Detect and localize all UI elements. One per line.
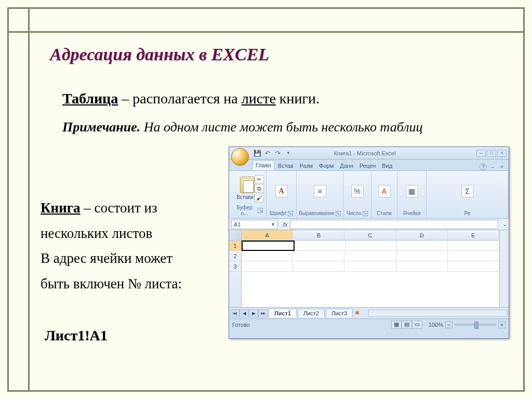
window-title: Книга1 - Microsoft Excel xyxy=(334,150,396,156)
minimize-ribbon-icon[interactable]: – xyxy=(489,163,496,170)
word-book: Книга xyxy=(41,200,80,216)
prev-sheet-button[interactable]: ◀ xyxy=(240,309,249,317)
zoom-level[interactable]: 100% xyxy=(429,322,443,328)
row-header[interactable]: 2 xyxy=(229,251,241,261)
col-header[interactable]: A xyxy=(242,230,293,240)
select-all-corner[interactable] xyxy=(229,230,241,241)
sheet-tab[interactable]: Лист2 xyxy=(298,309,325,317)
zoom-out-button[interactable]: − xyxy=(445,321,453,328)
col-header[interactable]: D xyxy=(396,230,448,240)
styles-button[interactable]: A xyxy=(378,185,391,197)
fx-icon[interactable]: fx xyxy=(283,221,288,228)
cell[interactable] xyxy=(242,251,293,261)
first-sheet-button[interactable]: ⏮ xyxy=(230,309,240,317)
formula-bar-row: A1 ▼ fx ⌄ xyxy=(229,219,509,230)
new-sheet-icon[interactable]: ✱ xyxy=(355,310,365,316)
workbook-close-icon[interactable]: × xyxy=(498,163,506,170)
cell-a1[interactable] xyxy=(242,241,295,251)
zoom-slider[interactable] xyxy=(455,324,496,326)
alignment-button[interactable]: ≡ xyxy=(314,185,326,197)
dialog-expand-icon[interactable]: ↘ xyxy=(336,211,341,216)
col-header[interactable]: C xyxy=(344,230,396,240)
word-sheet: листе xyxy=(242,90,276,107)
tab-data[interactable]: Данн xyxy=(337,161,356,170)
group-styles: A Стили xyxy=(371,171,397,218)
dialog-expand-icon[interactable]: ↘ xyxy=(288,211,293,216)
page-break-view-icon[interactable]: ▭ xyxy=(412,321,422,329)
next-sheet-button[interactable]: ▶ xyxy=(249,309,258,317)
cell[interactable] xyxy=(344,261,396,272)
ribbon: Вставить ✂ ⧉ 🖌 Буфер о...↘ A Шрифт↘ ≡ Вы… xyxy=(229,171,509,219)
minimize-button[interactable]: – xyxy=(476,150,486,157)
tab-layout[interactable]: Разм xyxy=(297,161,316,170)
normal-view-icon[interactable]: ▦ xyxy=(391,321,402,329)
page-layout-view-icon[interactable]: ▤ xyxy=(402,321,412,329)
row-header[interactable]: 1 xyxy=(229,241,241,251)
tab-home[interactable]: Главн xyxy=(252,160,275,170)
tab-view[interactable]: Вид xyxy=(379,161,395,170)
word-table: Таблица xyxy=(62,90,118,107)
last-sheet-button[interactable]: ⏭ xyxy=(258,309,268,317)
cell[interactable] xyxy=(295,241,346,251)
row-headers: 1 2 3 xyxy=(229,230,242,307)
undo-icon[interactable]: ↶ xyxy=(263,149,272,157)
tab-review[interactable]: Рецен xyxy=(356,161,379,170)
status-text: Готово xyxy=(232,322,250,328)
styles-icon: A xyxy=(378,185,391,197)
sheet-tab[interactable]: Лист3 xyxy=(326,309,353,317)
vertical-scrollbar[interactable] xyxy=(499,230,509,307)
cell[interactable] xyxy=(396,261,448,272)
cell[interactable] xyxy=(242,261,293,272)
redo-icon[interactable]: ↷ xyxy=(274,149,282,157)
cells-button[interactable]: ▦ xyxy=(406,185,418,197)
cut-icon[interactable]: ✂ xyxy=(255,175,264,183)
maximize-button[interactable]: □ xyxy=(487,150,496,157)
qat-dropdown-icon[interactable]: ▼ xyxy=(284,149,292,157)
paste-icon xyxy=(240,177,255,193)
dialog-expand-icon[interactable]: ↘ xyxy=(258,208,263,213)
font-button[interactable]: A xyxy=(275,185,288,197)
note-block: Примечание. На одном листе может быть не… xyxy=(62,118,494,136)
zoom-in-button[interactable]: + xyxy=(498,321,506,328)
group-cells: ▦ Ячейки xyxy=(397,171,427,218)
expand-formula-bar-icon[interactable]: ⌄ xyxy=(500,221,509,228)
office-button[interactable] xyxy=(231,148,249,166)
save-icon[interactable]: 💾 xyxy=(253,149,261,157)
cell[interactable] xyxy=(397,241,448,251)
title-bar: 💾 ↶ ↷ ▼ Книга1 - Microsoft Excel – □ × xyxy=(229,147,509,159)
cell[interactable] xyxy=(345,241,397,251)
help-icon[interactable]: ? xyxy=(480,163,487,170)
cell[interactable] xyxy=(396,251,448,261)
font-icon: A xyxy=(275,185,288,197)
copy-icon[interactable]: ⧉ xyxy=(255,184,264,193)
cell[interactable] xyxy=(448,241,499,251)
dialog-expand-icon[interactable]: ↘ xyxy=(363,211,368,216)
slide-frame-v xyxy=(28,7,30,392)
formula-bar[interactable] xyxy=(290,220,498,229)
col-header[interactable]: B xyxy=(293,230,344,240)
col-header[interactable]: E xyxy=(448,230,499,240)
row-header[interactable]: 3 xyxy=(229,261,241,272)
editing-button[interactable]: Σ xyxy=(461,185,474,197)
cell[interactable] xyxy=(293,251,344,261)
excel-window: 💾 ↶ ↷ ▼ Книга1 - Microsoft Excel – □ × Г… xyxy=(229,147,509,339)
percent-icon: % xyxy=(351,185,364,197)
cells-icon: ▦ xyxy=(406,185,418,197)
worksheet-grid[interactable]: 1 2 3 A B C D E xyxy=(229,230,509,307)
name-box[interactable]: A1 ▼ xyxy=(231,220,278,229)
format-painter-icon[interactable]: 🖌 xyxy=(255,194,264,202)
chevron-down-icon[interactable]: ▼ xyxy=(271,222,275,227)
tab-insert[interactable]: Встав xyxy=(275,161,297,170)
cell[interactable] xyxy=(293,261,344,272)
close-button[interactable]: × xyxy=(497,150,507,157)
cell[interactable] xyxy=(344,251,396,261)
sum-icon: Σ xyxy=(461,185,474,197)
cell[interactable] xyxy=(448,251,499,261)
horizontal-scrollbar[interactable] xyxy=(368,310,508,317)
cell[interactable] xyxy=(448,261,499,272)
number-button[interactable]: % xyxy=(351,185,364,197)
definition-table: Таблица – располагается на листе книги. xyxy=(62,90,320,107)
slide-title: Адресация данных в EXCEL xyxy=(50,45,269,64)
tab-formulas[interactable]: Форм xyxy=(316,161,337,170)
sheet-tab[interactable]: Лист1 xyxy=(269,309,297,317)
